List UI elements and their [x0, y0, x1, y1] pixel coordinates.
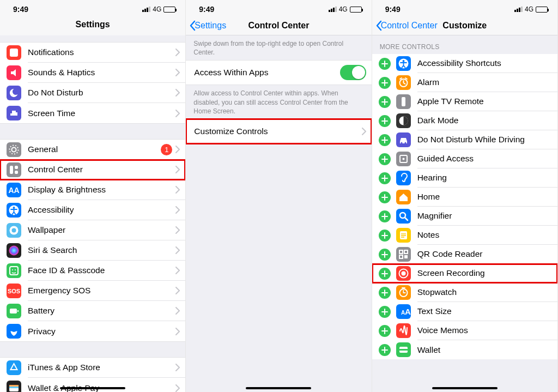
appstore-icon [7, 360, 21, 375]
control-label: Text Size [417, 306, 552, 316]
row-label: Display & Brightness [28, 185, 175, 195]
add-button[interactable] [379, 268, 391, 280]
add-button[interactable] [379, 77, 391, 89]
add-button[interactable] [379, 96, 391, 108]
control-row-qr-code-reader[interactable]: QR Code Reader [372, 245, 557, 264]
settings-row-display-brightness[interactable]: AADisplay & Brightness [0, 180, 185, 200]
add-button[interactable] [379, 287, 391, 299]
svg-rect-29 [10, 309, 17, 313]
settings-row-screen-time[interactable]: Screen Time [0, 103, 185, 123]
customize-controls-label: Customize Controls [194, 126, 361, 136]
add-button[interactable] [379, 230, 391, 242]
settings-row-control-center[interactable]: Control Center [0, 160, 185, 180]
add-button[interactable] [379, 153, 391, 165]
add-button[interactable] [379, 249, 391, 261]
settings-row-face-id-passcode[interactable]: Face ID & Passcode [0, 261, 185, 281]
back-button[interactable]: Control Center [375, 16, 438, 35]
stop-icon [396, 285, 411, 300]
add-button[interactable] [379, 191, 391, 203]
svg-rect-10 [15, 166, 18, 169]
access-toggle[interactable] [340, 65, 366, 80]
settings-row-notifications[interactable]: Notifications [0, 43, 185, 63]
control-row-do-not-disturb-while-driving[interactable]: Do Not Disturb While Driving [372, 130, 557, 149]
add-button[interactable] [379, 325, 391, 337]
add-button[interactable] [379, 210, 391, 222]
control-row-text-size[interactable]: AAText Size [372, 302, 557, 321]
section-description: Swipe down from the top-right edge to op… [186, 35, 371, 60]
row-label: Face ID & Passcode [28, 266, 175, 275]
notif-icon [7, 45, 21, 60]
chevron-right-icon [175, 69, 180, 76]
row-label: Accessibility [28, 205, 175, 215]
control-label: Notes [417, 230, 552, 240]
row-label: Do Not Disturb [28, 88, 175, 98]
control-row-voice-memos[interactable]: Voice Memos [372, 321, 557, 340]
back-button[interactable]: Settings [189, 16, 226, 35]
control-label: Hearing [417, 173, 552, 183]
home-indicator[interactable] [432, 387, 498, 390]
row-label: Sounds & Haptics [28, 68, 175, 77]
row-label: Battery [28, 306, 175, 316]
chevron-right-icon [175, 287, 180, 294]
control-row-accessibility-shortcuts[interactable]: Accessibility Shortcuts [372, 54, 557, 73]
add-button[interactable] [379, 306, 391, 318]
settings-row-accessibility[interactable]: Accessibility [0, 200, 185, 220]
status-bar: 9:49 4G [0, 0, 185, 16]
add-button[interactable] [379, 344, 391, 356]
access-within-apps-row[interactable]: Access Within Apps [186, 61, 371, 85]
network-label: 4G [339, 5, 348, 13]
settings-row-do-not-disturb[interactable]: Do Not Disturb [0, 83, 185, 103]
svg-text:A: A [405, 307, 411, 316]
add-button[interactable] [379, 115, 391, 127]
add-button[interactable] [379, 58, 391, 70]
settings-row-battery[interactable]: Battery [0, 301, 185, 321]
settings-row-general[interactable]: General1 [0, 140, 185, 160]
control-label: Stopwatch [417, 287, 552, 297]
control-label: Home [417, 192, 552, 202]
control-row-alarm[interactable]: Alarm [372, 73, 557, 92]
cc-icon [7, 162, 21, 177]
wall-icon [7, 223, 21, 238]
control-label: Screen Recording [417, 268, 552, 278]
wallet2-icon [396, 342, 411, 357]
control-row-dark-mode[interactable]: Dark Mode [372, 111, 557, 130]
settings-row-siri-search[interactable]: Siri & Search [0, 240, 185, 261]
control-row-hearing[interactable]: Hearing [372, 168, 557, 188]
battery-icon [536, 7, 548, 13]
add-button[interactable] [379, 172, 391, 184]
svg-point-51 [402, 158, 404, 160]
control-row-screen-recording[interactable]: Screen Recording [372, 264, 557, 283]
control-row-home[interactable]: Home [372, 188, 557, 207]
row-label: Wallpaper [28, 225, 175, 235]
page-title: Control Center [248, 21, 309, 31]
home-indicator[interactable] [60, 387, 125, 390]
svg-point-65 [401, 272, 405, 276]
row-label: Control Center [28, 165, 175, 174]
home-icon [396, 190, 411, 204]
settings-row-wallet-apple-pay[interactable]: Wallet & Apple Pay [0, 378, 185, 392]
control-row-wallet[interactable]: Wallet [372, 340, 557, 359]
control-row-notes[interactable]: Notes [372, 226, 557, 245]
svg-point-39 [402, 60, 404, 62]
control-row-magnifier[interactable]: Magnifier [372, 207, 557, 226]
settings-row-itunes-app-store[interactable]: iTunes & App Store [0, 358, 185, 378]
customize-controls-row[interactable]: Customize Controls [186, 119, 371, 143]
screentime-icon [7, 106, 21, 120]
rec-icon [396, 266, 411, 281]
control-row-stopwatch[interactable]: Stopwatch [372, 283, 557, 302]
settings-row-sounds-haptics[interactable]: Sounds & Haptics [0, 63, 185, 83]
svg-rect-52 [396, 171, 411, 185]
settings-row-wallpaper[interactable]: Wallpaper [0, 220, 185, 240]
control-row-apple-tv-remote[interactable]: Apple TV Remote [372, 92, 557, 111]
add-button[interactable] [379, 134, 391, 146]
chevron-right-icon [175, 166, 180, 173]
control-row-guided-access[interactable]: Guided Access [372, 149, 557, 168]
more-controls-header: MORE CONTROLS [372, 35, 557, 54]
row-label: Privacy [28, 327, 175, 336]
textsize-icon: AA [396, 304, 411, 319]
settings-row-privacy[interactable]: Privacy [0, 321, 185, 341]
mag-icon [396, 209, 411, 224]
home-indicator[interactable] [246, 387, 311, 390]
settings-row-emergency-sos[interactable]: SOSEmergency SOS [0, 281, 185, 301]
svg-rect-35 [9, 385, 19, 387]
